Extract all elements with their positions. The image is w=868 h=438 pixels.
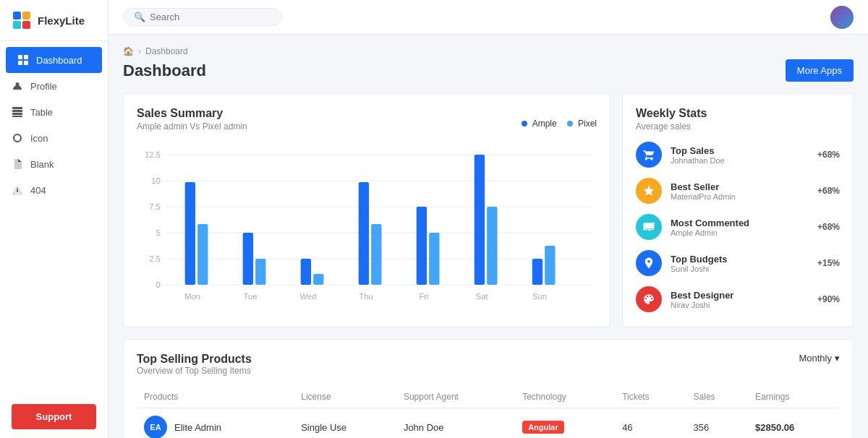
avatar <box>830 6 854 29</box>
monthly-label: Monthly <box>799 353 832 364</box>
doc-icon <box>12 158 23 170</box>
svg-rect-11 <box>12 113 22 115</box>
sidebar-icon-label: Icon <box>30 133 48 144</box>
sales-cell: 356 <box>686 408 749 439</box>
most-commented-info: Most Commented Ample Admin <box>671 218 809 237</box>
home-icon: 🏠 <box>123 46 134 56</box>
sales-summary-title: Sales Summary <box>137 107 247 120</box>
sidebar-dashboard-label: Dashboard <box>36 55 82 66</box>
weekly-stats-subtitle: Average sales <box>636 121 840 132</box>
best-seller-icon <box>636 178 662 204</box>
agent-cell: John Doe <box>396 408 515 439</box>
best-seller-sub: MaterialPro Admin <box>671 192 809 201</box>
best-designer-info: Best Designer Nirav Joshi <box>671 290 809 309</box>
sidebar-nav: Dashboard Profile <box>0 41 108 395</box>
avatar-image <box>830 6 854 29</box>
table-icon <box>12 106 23 118</box>
top-budgets-info: Top Budgets Sunil Joshi <box>671 254 809 273</box>
svg-rect-30 <box>255 259 265 285</box>
svg-rect-38 <box>417 207 427 285</box>
svg-rect-6 <box>18 61 22 65</box>
sidebar-item-icon[interactable]: Icon <box>0 125 108 151</box>
breadcrumb: 🏠 › Dashboard <box>123 46 854 56</box>
dashboard-grid: Sales Summary Ample admin Vs Pixel admin… <box>123 93 854 327</box>
tickets-cell: 46 <box>615 408 686 439</box>
more-apps-button[interactable]: More Apps <box>786 59 854 82</box>
most-commented-pct: +68% <box>817 222 840 232</box>
svg-rect-35 <box>359 182 369 285</box>
svg-rect-42 <box>487 207 497 285</box>
svg-text:Sun: Sun <box>532 292 547 301</box>
svg-text:Tue: Tue <box>243 292 257 301</box>
logo-icon <box>12 10 32 30</box>
svg-rect-29 <box>243 233 253 285</box>
col-agent: Support Agent <box>396 386 515 408</box>
svg-rect-9 <box>12 107 22 109</box>
top-sales-icon <box>636 142 662 168</box>
search-icon: 🔍 <box>134 12 145 22</box>
legend-ample: Ample <box>522 119 557 129</box>
svg-rect-10 <box>12 110 22 112</box>
legend-ample-label: Ample <box>532 119 557 129</box>
svg-rect-26 <box>185 182 195 285</box>
top-sales-name: Top Sales <box>671 145 809 156</box>
col-license: License <box>294 386 396 408</box>
svg-rect-32 <box>301 259 311 285</box>
ample-dot <box>522 121 527 126</box>
best-designer-name: Best Designer <box>671 290 809 301</box>
best-designer-icon <box>636 286 662 312</box>
stat-item-most-commented: Most Commented Ample Admin +68% <box>636 214 840 240</box>
svg-text:Fri: Fri <box>419 292 428 301</box>
svg-rect-36 <box>371 224 381 285</box>
svg-text:Mon: Mon <box>184 292 200 301</box>
sidebar-item-table[interactable]: Table <box>0 99 108 125</box>
svg-rect-33 <box>313 274 323 285</box>
search-box[interactable]: 🔍 <box>123 8 282 26</box>
sidebar-item-profile[interactable]: Profile <box>0 73 108 99</box>
sidebar-item-blank[interactable]: Blank <box>0 151 108 177</box>
search-input[interactable] <box>150 12 271 22</box>
svg-text:Wed: Wed <box>299 292 316 301</box>
table-head: Products License Support Agent Technolog… <box>137 386 840 408</box>
svg-text:12.5: 12.5 <box>145 150 161 159</box>
col-products: Products <box>137 386 294 408</box>
pixel-dot <box>567 121 573 126</box>
best-seller-name: Best Seller <box>671 181 809 192</box>
topbar: 🔍 <box>109 0 868 35</box>
monthly-filter[interactable]: Monthly ▾ <box>799 353 840 364</box>
svg-rect-0 <box>13 12 21 20</box>
stat-item-best-designer: Best Designer Nirav Joshi +90% <box>636 286 840 312</box>
best-designer-pct: +90% <box>817 294 840 304</box>
sidebar-404-label: 404 <box>30 185 46 196</box>
product-name: Elite Admin <box>174 422 221 433</box>
svg-rect-45 <box>545 246 555 285</box>
dashboard-icon <box>17 54 29 66</box>
svg-rect-2 <box>13 21 21 29</box>
svg-rect-27 <box>197 224 208 285</box>
svg-text:Sat: Sat <box>476 292 489 301</box>
svg-text:2.5: 2.5 <box>149 254 161 263</box>
sidebar: FlexyLite Dashboard <box>0 0 109 438</box>
bar-chart: 12.5 10 7.5 5 2.5 0 Mon <box>137 147 597 314</box>
svg-text:7.5: 7.5 <box>149 202 161 211</box>
weekly-stats-title: Weekly Stats <box>636 107 840 120</box>
top-budgets-sub: Sunil Joshi <box>671 265 809 273</box>
chart-header: Sales Summary Ample admin Vs Pixel admin… <box>137 107 597 140</box>
sidebar-item-dashboard[interactable]: Dashboard <box>6 47 102 73</box>
product-avatar: EA <box>144 416 167 438</box>
sales-summary-card: Sales Summary Ample admin Vs Pixel admin… <box>123 93 610 327</box>
logo: FlexyLite <box>0 0 108 41</box>
svg-point-13 <box>14 134 21 142</box>
page-title: Dashboard <box>123 61 206 80</box>
best-seller-pct: +68% <box>817 186 840 196</box>
svg-text:0: 0 <box>156 280 161 289</box>
section-header: Top Selling Products Overview of Top Sel… <box>137 353 840 376</box>
table-row: EA Elite Admin Single Use John Doe Angul… <box>137 408 840 439</box>
most-commented-sub: Ample Admin <box>671 228 809 237</box>
table-body: EA Elite Admin Single Use John Doe Angul… <box>137 408 840 439</box>
sidebar-item-404[interactable]: 404 <box>0 177 108 203</box>
support-button[interactable]: Support <box>12 404 96 429</box>
top-budgets-pct: +15% <box>817 258 840 268</box>
topbar-right <box>830 6 854 29</box>
app-name: FlexyLite <box>38 14 85 27</box>
